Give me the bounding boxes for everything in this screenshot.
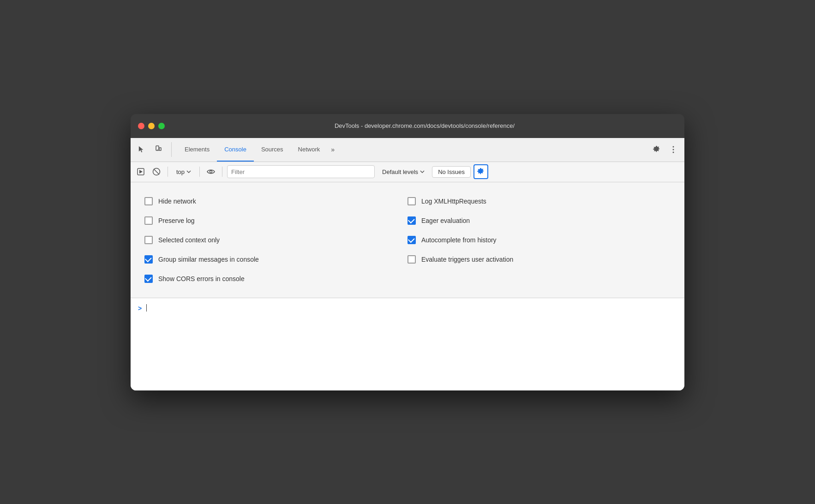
svg-rect-4	[160, 148, 161, 150]
tabs: Elements Console Sources Network »	[177, 138, 649, 162]
issues-button[interactable]: No Issues	[432, 166, 471, 178]
fullscreen-button[interactable]	[158, 123, 165, 129]
console-area[interactable]: >	[131, 298, 684, 390]
tab-network[interactable]: Network	[291, 138, 328, 162]
log-levels-button[interactable]: Default levels	[378, 167, 429, 177]
window-title: DevTools - developer.chrome.com/docs/dev…	[172, 122, 677, 129]
evaluate-triggers-checkbox[interactable]	[408, 255, 416, 264]
titlebar: DevTools - developer.chrome.com/docs/dev…	[131, 114, 684, 138]
log-xmlhttp-checkbox[interactable]	[408, 197, 416, 205]
console-toolbar: top Default levels	[131, 162, 684, 182]
tab-console[interactable]: Console	[217, 138, 254, 162]
run-script-button[interactable]	[134, 165, 147, 178]
group-similar-checkbox[interactable]	[144, 255, 153, 264]
svg-rect-2	[157, 150, 158, 150]
more-options-button[interactable]	[666, 142, 681, 157]
toolbar-separator-2	[199, 167, 200, 177]
console-cursor	[145, 304, 147, 312]
settings-left: Hide network Preserve log Selected conte…	[144, 192, 408, 288]
close-button[interactable]	[138, 123, 144, 129]
device-toolbar-button[interactable]	[151, 142, 166, 157]
svg-point-6	[673, 149, 674, 150]
console-prompt: >	[138, 305, 142, 312]
context-selector[interactable]: top	[173, 168, 195, 176]
selected-context-checkbox[interactable]	[144, 236, 153, 244]
settings-right: Log XMLHttpRequests Eager evaluation Aut…	[408, 192, 671, 288]
svg-rect-1	[157, 147, 158, 149]
tab-actions	[649, 142, 681, 157]
toolbar-separator-3	[222, 167, 222, 177]
autocomplete-history-checkbox[interactable]	[408, 236, 416, 244]
checkbox-eager-eval[interactable]: Eager evaluation	[408, 211, 671, 230]
show-cors-checkbox[interactable]	[144, 275, 153, 283]
svg-marker-9	[139, 170, 143, 174]
svg-point-12	[210, 171, 212, 173]
checkbox-log-xmlhttp[interactable]: Log XMLHttpRequests	[408, 192, 671, 211]
preserve-log-checkbox[interactable]	[144, 216, 153, 225]
eager-eval-checkbox[interactable]	[408, 216, 416, 225]
checkbox-selected-context[interactable]: Selected context only	[144, 230, 408, 250]
more-tabs-button[interactable]: »	[327, 146, 338, 153]
tab-bar: Elements Console Sources Network »	[131, 138, 684, 162]
minimize-button[interactable]	[148, 123, 155, 129]
tab-elements[interactable]: Elements	[177, 138, 217, 162]
checkbox-evaluate-triggers[interactable]: Evaluate triggers user activation	[408, 250, 671, 269]
checkbox-show-cors[interactable]: Show CORS errors in console	[144, 269, 408, 288]
block-network-button[interactable]	[150, 165, 163, 178]
tab-sources[interactable]: Sources	[254, 138, 291, 162]
checkbox-autocomplete-history[interactable]: Autocomplete from history	[408, 230, 671, 250]
settings-panel: Hide network Preserve log Selected conte…	[131, 182, 684, 298]
svg-line-11	[154, 169, 159, 174]
console-settings-active-button[interactable]	[473, 164, 488, 179]
devtools-body: Elements Console Sources Network »	[131, 138, 684, 390]
filter-input[interactable]	[227, 165, 375, 178]
inspect-element-button[interactable]	[134, 142, 149, 157]
checkbox-group-similar[interactable]: Group similar messages in console	[144, 250, 408, 269]
tab-icons	[134, 142, 172, 157]
toolbar-separator-1	[168, 167, 168, 177]
hide-network-checkbox[interactable]	[144, 197, 153, 205]
devtools-window: DevTools - developer.chrome.com/docs/dev…	[131, 114, 684, 390]
checkbox-hide-network[interactable]: Hide network	[144, 192, 408, 211]
live-expressions-button[interactable]	[204, 165, 217, 178]
traffic-lights	[138, 123, 165, 129]
checkbox-preserve-log[interactable]: Preserve log	[144, 211, 408, 230]
svg-point-5	[673, 146, 674, 148]
settings-button[interactable]	[649, 142, 664, 157]
svg-point-7	[673, 152, 674, 153]
